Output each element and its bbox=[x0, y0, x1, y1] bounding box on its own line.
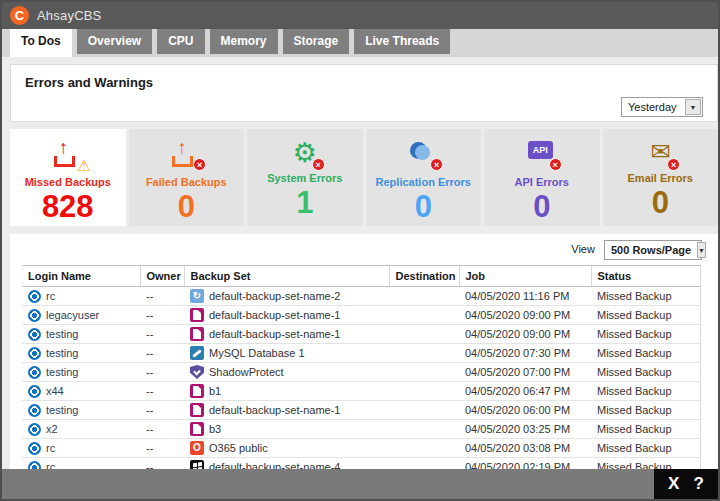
backup-set-name: MySQL Database 1 bbox=[209, 347, 305, 359]
tab-overview[interactable]: Overview bbox=[77, 29, 152, 54]
user-icon bbox=[28, 347, 41, 360]
status-cell: Missed Backup bbox=[591, 420, 700, 439]
col-job[interactable]: Job bbox=[459, 266, 591, 287]
tile-system-errors[interactable]: ⚙ × System Errors 1 bbox=[247, 129, 363, 226]
user-icon bbox=[28, 385, 41, 398]
period-filter-dropdown[interactable]: Yesterday ▼ bbox=[621, 97, 703, 117]
owner-cell: -- bbox=[140, 306, 184, 325]
ahsay-logo-icon: C bbox=[10, 6, 29, 25]
tile-replication-errors[interactable]: × Replication Errors 0 bbox=[366, 129, 482, 226]
chevron-down-icon[interactable]: ▼ bbox=[697, 242, 706, 258]
backup-set-name: ShadowProtect bbox=[209, 366, 284, 378]
login-name: testing bbox=[46, 328, 78, 340]
view-row: View 500 Rows/Page ▼ bbox=[10, 234, 718, 265]
status-cell: Missed Backup bbox=[591, 287, 700, 306]
owner-cell: -- bbox=[140, 420, 184, 439]
tile-value: 0 bbox=[366, 190, 482, 224]
tab-bar: To Dos Overview CPU Memory Storage Live … bbox=[2, 29, 718, 57]
tile-value: 0 bbox=[603, 186, 719, 220]
job-cell: 04/05/2020 03:25 PM bbox=[459, 420, 591, 439]
tile-api-errors[interactable]: API × API Errors 0 bbox=[484, 129, 600, 226]
close-button[interactable]: X bbox=[668, 474, 679, 494]
destination-cell bbox=[389, 382, 459, 401]
app-window: C AhsayCBS To Dos Overview CPU Memory St… bbox=[0, 0, 720, 501]
tile-email-errors[interactable]: ✉ × Email Errors 0 bbox=[603, 129, 719, 226]
tile-label: Missed Backups bbox=[10, 176, 126, 188]
file-backup-icon bbox=[190, 422, 204, 436]
table-row[interactable]: x2--b304/05/2020 03:25 PMMissed Backup bbox=[22, 420, 700, 439]
status-cell: Missed Backup bbox=[591, 363, 700, 382]
owner-cell: -- bbox=[140, 325, 184, 344]
table-header-row: Login Name Owner Backup Set Destination … bbox=[22, 266, 700, 287]
email-error-icon: ✉ × bbox=[643, 139, 677, 169]
status-cell: Missed Backup bbox=[591, 325, 700, 344]
login-name: x2 bbox=[46, 423, 58, 435]
user-icon bbox=[28, 328, 41, 341]
table-row[interactable]: rc--↻default-backup-set-name-204/05/2020… bbox=[22, 287, 700, 306]
tile-label: Replication Errors bbox=[366, 176, 482, 188]
table-row[interactable]: testing--MySQL Database 104/05/2020 07:3… bbox=[22, 344, 700, 363]
title-bar: C AhsayCBS bbox=[2, 2, 718, 29]
period-filter-value: Yesterday bbox=[622, 101, 685, 113]
backup-set-name: b3 bbox=[209, 423, 221, 435]
backup-set-name: default-backup-set-name-1 bbox=[209, 309, 340, 321]
table-row[interactable]: testing--ShadowProtect04/05/2020 07:00 P… bbox=[22, 363, 700, 382]
shadowprotect-shield-icon bbox=[190, 365, 204, 379]
tab-to-dos[interactable]: To Dos bbox=[10, 29, 72, 57]
stat-tiles: ↑ ⚠ Missed Backups 828 ↑ × Failed Backup… bbox=[10, 129, 718, 226]
user-icon bbox=[28, 442, 41, 455]
destination-cell bbox=[389, 344, 459, 363]
table-body: rc--↻default-backup-set-name-204/05/2020… bbox=[22, 287, 700, 471]
bottom-bar: X ? bbox=[2, 469, 718, 499]
error-x-icon: × bbox=[312, 158, 325, 171]
tile-value: 1 bbox=[247, 186, 363, 220]
chevron-down-icon[interactable]: ▼ bbox=[685, 99, 701, 115]
tile-label: Failed Backups bbox=[129, 176, 245, 188]
api-error-icon: API × bbox=[525, 139, 559, 169]
tile-label: System Errors bbox=[247, 172, 363, 184]
col-login-name[interactable]: Login Name bbox=[22, 266, 140, 287]
destination-cell bbox=[389, 306, 459, 325]
tile-failed-backups[interactable]: ↑ × Failed Backups 0 bbox=[129, 129, 245, 226]
destination-cell bbox=[389, 420, 459, 439]
errors-table: Login Name Owner Backup Set Destination … bbox=[22, 265, 701, 470]
tile-label: Email Errors bbox=[603, 172, 719, 184]
main-content: Errors and Warnings Yesterday ▼ ↑ ⚠ Miss… bbox=[2, 57, 718, 470]
tab-cpu[interactable]: CPU bbox=[157, 29, 204, 54]
office365-icon: O bbox=[190, 441, 204, 455]
owner-cell: -- bbox=[140, 287, 184, 306]
tab-memory[interactable]: Memory bbox=[210, 29, 278, 54]
destination-cell bbox=[389, 401, 459, 420]
tile-missed-backups[interactable]: ↑ ⚠ Missed Backups 828 bbox=[10, 129, 126, 226]
rows-per-page-dropdown[interactable]: 500 Rows/Page ▼ bbox=[604, 240, 702, 260]
col-owner[interactable]: Owner bbox=[140, 266, 184, 287]
file-backup-icon bbox=[190, 308, 204, 322]
tab-storage[interactable]: Storage bbox=[283, 29, 350, 54]
job-cell: 04/05/2020 07:00 PM bbox=[459, 363, 591, 382]
col-status[interactable]: Status bbox=[591, 266, 700, 287]
tab-live-threads[interactable]: Live Threads bbox=[354, 29, 450, 54]
tile-value: 0 bbox=[129, 190, 245, 224]
destination-cell bbox=[389, 439, 459, 458]
table-row[interactable]: testing--default-backup-set-name-104/05/… bbox=[22, 325, 700, 344]
page-title: Errors and Warnings bbox=[25, 75, 703, 90]
user-icon bbox=[28, 366, 41, 379]
destination-cell bbox=[389, 287, 459, 306]
user-icon bbox=[28, 404, 41, 417]
login-name: testing bbox=[46, 404, 78, 416]
job-cell: 04/05/2020 07:30 PM bbox=[459, 344, 591, 363]
missed-backup-icon: ↑ ⚠ bbox=[51, 139, 85, 169]
col-destination[interactable]: Destination bbox=[389, 266, 459, 287]
warning-triangle-icon: ⚠ bbox=[77, 158, 90, 173]
table-row[interactable]: testing--default-backup-set-name-104/05/… bbox=[22, 401, 700, 420]
table-row[interactable]: legacyuser--default-backup-set-name-104/… bbox=[22, 306, 700, 325]
table-row[interactable]: x44--b104/05/2020 06:47 PMMissed Backup bbox=[22, 382, 700, 401]
col-backup-set[interactable]: Backup Set bbox=[184, 266, 389, 287]
user-icon bbox=[28, 423, 41, 436]
errors-warnings-panel: Errors and Warnings Yesterday ▼ bbox=[10, 64, 718, 122]
table-row[interactable]: rc--OO365 public04/05/2020 03:08 PMMisse… bbox=[22, 439, 700, 458]
user-icon bbox=[28, 309, 41, 322]
help-button[interactable]: ? bbox=[694, 474, 704, 494]
job-cell: 04/05/2020 11:16 PM bbox=[459, 287, 591, 306]
app-title: AhsayCBS bbox=[37, 8, 101, 23]
